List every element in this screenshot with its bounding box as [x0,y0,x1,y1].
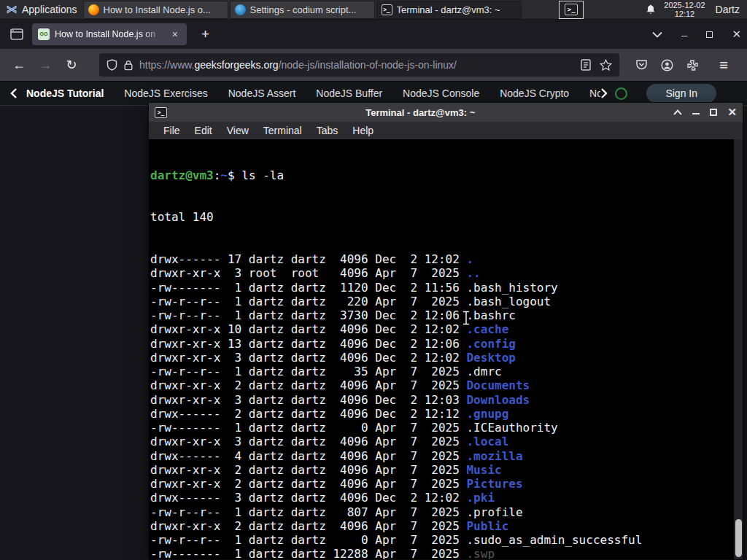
terminal-close-button[interactable]: ✕ [727,106,737,119]
menu-file[interactable]: File [156,125,187,136]
terminal-listing-line: drwxr-xr-x 2 dartz dartz 4096 Apr 7 2025… [150,378,732,392]
notification-bell-icon[interactable] [645,4,657,15]
terminal-listing-line: -rw-r--r-- 1 dartz dartz 35 Apr 7 2025 .… [150,365,732,378]
window-maximize-button[interactable] [706,31,713,38]
panel-clock[interactable]: 2025-12-02 12:12 [664,1,705,18]
tracking-shield-icon[interactable] [107,59,117,71]
nav-item-nodejs-dns[interactable]: NodeJS DNS [589,88,600,99]
nav-item-nodejs-buffer[interactable]: NodeJS Buffer [316,88,382,99]
directory-name: Desktop [466,351,515,365]
applications-menu-button[interactable]: Applications [0,0,83,20]
new-tab-button[interactable]: + [196,26,215,42]
reader-mode-icon[interactable] [581,59,591,71]
terminal-window-title: Terminal - dartz@vm3: ~ [167,107,673,118]
terminal-listing-line: -rw------- 1 dartz dartz 12288 Apr 7 202… [150,547,732,559]
terminal-listing-line: -rw-r--r-- 1 dartz dartz 220 Apr 7 2025 … [150,295,732,308]
file-name: .bash_history [466,281,557,295]
terminal-listing-line: -rw------- 1 dartz dartz 0 Apr 7 2025 .I… [150,421,732,435]
terminal-shade-button[interactable] [673,109,682,115]
url-text[interactable]: https://www.geeksforgeeks.org/node-js/in… [139,59,574,71]
list-all-tabs-chevron-icon[interactable] [652,31,662,38]
terminal-listing-line: drwxr-xr-x 13 dartz dartz 4096 Dec 2 12:… [150,337,732,351]
directory-name: .gnupg [466,407,508,421]
terminal-maximize-button[interactable] [710,109,717,116]
codium-icon [235,4,246,15]
sign-in-button[interactable]: Sign In [646,84,716,103]
nav-item-nodejs-console[interactable]: NodeJS Console [403,88,479,99]
firefox-view-button[interactable] [6,24,28,44]
terminal-listing-line: drwxr-xr-x 3 dartz dartz 4096 Apr 7 2025… [150,435,732,448]
lock-icon[interactable] [124,60,133,71]
geeksforgeeks-favicon: GG [38,28,50,40]
task-title: Settings - codium script... [250,4,357,15]
file-name: .dmrc [466,365,501,378]
taskbar-button-codium[interactable]: Settings - codium script... [230,1,375,19]
file-name: .profile [466,505,522,519]
prompt-cwd: ~ [220,168,228,182]
directory-name: .local [466,435,508,448]
tab-title: How to Install Node.js on [55,29,164,39]
terminal-listing-line: -rw------- 1 dartz dartz 1120 Dec 2 11:5… [150,281,732,295]
terminal-listing-line: drwxr-xr-x 2 dartz dartz 4096 Apr 7 2025… [150,463,732,477]
nav-scroll-left-icon[interactable] [10,88,18,98]
terminal-listing-line: drwx------ 17 dartz dartz 4096 Dec 2 12:… [150,252,732,266]
clock-time: 12:12 [664,9,705,18]
terminal-scrollbar[interactable] [734,139,743,559]
forward-button[interactable]: → [34,54,57,76]
menu-view[interactable]: View [220,125,256,136]
directory-name: . [466,252,473,266]
nav-item-nodejs-assert[interactable]: NodeJS Assert [228,88,296,99]
account-icon[interactable] [661,59,673,71]
terminal-output[interactable]: dartz@vm3:~$ ls -la total 140 drwx------… [149,139,743,559]
nav-item-nodejs-crypto[interactable]: NodeJS Crypto [500,88,569,99]
terminal-listing-line: -rw-r--r-- 1 dartz dartz 807 Apr 7 2025 … [150,505,732,519]
directory-name: .mozilla [466,449,522,463]
taskbar-button-terminal[interactable]: >_ Terminal - dartz@vm3: ~ [376,1,522,19]
hamburger-menu-icon[interactable]: ≡ [712,54,735,76]
terminal-scrollbar-thumb[interactable] [735,519,742,557]
directory-name: Documents [466,378,530,392]
menu-tabs[interactable]: Tabs [309,125,346,136]
session-user-label[interactable]: Dartz [716,4,740,15]
directory-name: .cache [466,322,508,336]
nav-item-nodejs-tutorial[interactable]: NodeJS Tutorial [26,88,104,99]
menu-terminal[interactable]: Terminal [256,125,309,136]
browser-tab-active[interactable]: GG How to Install Node.js on × [32,23,187,45]
window-close-button[interactable]: ✕ [732,28,741,41]
terminal-minimize-button[interactable] [692,113,700,115]
url-bar[interactable]: https://www.geeksforgeeks.org/node-js/in… [99,53,619,77]
url-path: /node-js/installation-of-node-js-on-linu… [279,59,457,71]
directory-name: .pki [466,491,495,505]
bookmark-star-icon[interactable] [600,59,612,71]
terminal-listing-line: drwxr-xr-x 2 dartz dartz 4096 Apr 7 2025… [150,477,732,491]
back-button[interactable]: ← [7,54,31,76]
terminal-listing-line: drwxr-xr-x 3 dartz dartz 4096 Dec 2 12:0… [150,351,732,365]
nav-item-nodejs-exercises[interactable]: NodeJS Exercises [124,88,207,99]
terminal-listing-line: drwxr-xr-x 2 dartz dartz 4096 Apr 7 2025… [150,519,732,533]
file-name: .sudo_as_admin_successful [466,533,642,547]
window-minimize-button[interactable]: – [681,28,687,41]
terminal-launcher[interactable]: >_ [559,1,584,19]
terminal-title-bar[interactable]: >_ Terminal - dartz@vm3: ~ ✕ [149,103,743,122]
extensions-puzzle-icon[interactable] [686,59,699,71]
task-title: Terminal - dartz@vm3: ~ [397,4,500,15]
tab-close-button[interactable]: × [169,28,181,41]
url-scheme: https://www. [139,59,194,71]
menu-edit[interactable]: Edit [187,125,220,136]
prompt-command: $ ls -la [228,168,284,182]
directory-name: .config [466,337,515,351]
directory-name: .. [466,266,480,280]
firefox-icon [88,4,99,15]
reload-button[interactable]: ↻ [60,54,83,76]
directory-name: Pictures [466,477,522,491]
nav-scroll-right-icon[interactable] [600,88,608,98]
search-icon[interactable] [615,88,627,100]
applications-label: Applications [22,4,77,15]
taskbar-button-firefox[interactable]: How to Install Node.js o... [83,1,228,19]
menu-help[interactable]: Help [345,125,381,136]
pocket-icon[interactable] [635,59,648,71]
terminal-listing-line: drwxr-xr-x 3 root root 4096 Apr 7 2025 .… [150,266,732,280]
directory-name: Music [466,463,501,477]
file-name: .bashrc [466,308,515,322]
clock-date: 2025-12-02 [664,1,705,9]
